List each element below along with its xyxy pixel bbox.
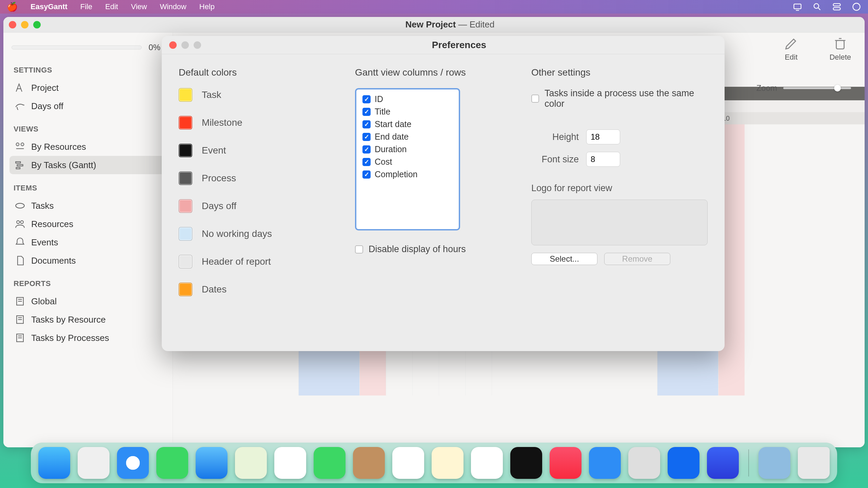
checkbox-start-date[interactable]: ✓ <box>362 120 371 128</box>
color-swatch-process[interactable] <box>179 171 192 185</box>
color-swatch-task[interactable] <box>179 88 192 102</box>
dock-reminders[interactable] <box>392 447 424 479</box>
dock-trash[interactable] <box>798 447 830 479</box>
remove-logo-button: Remove <box>604 253 670 265</box>
checkbox-label: End date <box>375 132 409 142</box>
svg-rect-11 <box>17 165 23 166</box>
sidebar-item-by-resources[interactable]: By Resources <box>9 138 166 156</box>
window-zoom-button[interactable] <box>33 21 41 28</box>
dock <box>31 443 837 483</box>
checkbox-cost[interactable]: ✓ <box>362 158 371 166</box>
sidebar-item-tasks-by-processes[interactable]: Tasks by Processes <box>9 329 166 347</box>
checkbox-label: Cost <box>375 157 392 167</box>
dock-mail[interactable] <box>196 447 228 479</box>
delete-button[interactable]: Delete <box>829 36 851 62</box>
checkbox-disable-hours[interactable] <box>355 245 363 253</box>
columns-listbox[interactable]: ✓ID ✓Title ✓Start date ✓End date ✓Durati… <box>355 88 460 230</box>
dock-contacts[interactable] <box>353 447 385 479</box>
window-close-button[interactable] <box>9 21 16 28</box>
menu-help[interactable]: Help <box>199 2 215 11</box>
color-swatch-dates[interactable] <box>179 283 192 296</box>
edit-button[interactable]: Edit <box>783 36 799 62</box>
color-swatch-no-working-days[interactable] <box>179 227 192 241</box>
svg-point-13 <box>16 203 24 208</box>
default-colors-section: Default colors Task Milestone Event Proc… <box>179 67 335 310</box>
menu-window[interactable]: Window <box>160 2 186 11</box>
sidebar-item-events[interactable]: Events <box>9 233 166 251</box>
menu-edit[interactable]: Edit <box>105 2 118 11</box>
progress-percent: 0% <box>149 43 160 52</box>
prefs-title: Preferences <box>432 40 486 50</box>
report-icon <box>14 314 26 325</box>
sidebar-item-label: Events <box>31 237 58 248</box>
apple-menu-icon[interactable]: 🍎 <box>7 2 18 12</box>
sidebar-item-resources[interactable]: Resources <box>9 215 166 233</box>
height-input[interactable]: 18 <box>586 129 620 144</box>
color-swatch-event[interactable] <box>179 144 192 157</box>
dock-safari[interactable] <box>117 447 149 479</box>
dock-appstore[interactable] <box>589 447 621 479</box>
checkbox-id[interactable]: ✓ <box>362 95 371 103</box>
menubar-app-name[interactable]: EasyGantt <box>31 2 67 11</box>
dock-photos[interactable] <box>274 447 306 479</box>
menu-view[interactable]: View <box>131 2 147 11</box>
spotlight-icon[interactable] <box>812 2 822 12</box>
menu-file[interactable]: File <box>80 2 92 11</box>
color-label: Process <box>202 173 236 184</box>
dock-facetime[interactable] <box>314 447 346 479</box>
sidebar-item-label: Resources <box>31 219 73 229</box>
other-settings-section: Other settings Tasks inside a process us… <box>531 67 708 310</box>
sidebar-item-tasks[interactable]: Tasks <box>9 197 166 215</box>
sidebar-item-project[interactable]: Project <box>9 79 166 97</box>
sidebar-item-documents[interactable]: Documents <box>9 251 166 270</box>
dock-notes[interactable] <box>432 447 463 479</box>
sidebar-item-tasks-by-resource[interactable]: Tasks by Resource <box>9 310 166 329</box>
tasks-icon <box>14 200 26 211</box>
sidebar-item-global[interactable]: Global <box>9 292 166 310</box>
gantt-columns-section: Gantt view columns / rows ✓ID ✓Title ✓St… <box>355 67 511 310</box>
color-swatch-milestone[interactable] <box>179 116 192 129</box>
checkbox-end-date[interactable]: ✓ <box>362 133 371 141</box>
logo-label: Logo for report view <box>531 183 708 194</box>
color-swatch-days-off[interactable] <box>179 199 192 213</box>
fontsize-label: Font size <box>531 154 579 165</box>
dock-messages[interactable] <box>156 447 188 479</box>
other-settings-title: Other settings <box>531 67 708 78</box>
color-swatch-header-of-report[interactable] <box>179 255 192 268</box>
siri-icon[interactable] <box>852 2 861 12</box>
checkbox-duration[interactable]: ✓ <box>362 145 371 154</box>
svg-point-7 <box>16 143 19 146</box>
dock-easygantt[interactable] <box>707 447 739 479</box>
logo-dropzone[interactable] <box>531 200 708 245</box>
dock-maps[interactable] <box>235 447 267 479</box>
zoom-label: Zoom <box>756 83 777 93</box>
dock-keynote[interactable] <box>668 447 699 479</box>
select-logo-button[interactable]: Select... <box>531 253 597 265</box>
report-icon <box>14 296 26 307</box>
window-title: New Project — Edited <box>406 19 495 30</box>
dock-settings[interactable] <box>628 447 660 479</box>
window-minimize-button[interactable] <box>21 21 28 28</box>
checkbox-completion[interactable]: ✓ <box>362 170 371 179</box>
dock-separator <box>748 449 749 476</box>
control-center-icon[interactable] <box>832 2 842 12</box>
sidebar-item-label: By Tasks (Gantt) <box>31 160 96 170</box>
dock-tv[interactable] <box>510 447 542 479</box>
dock-freeform[interactable] <box>471 447 503 479</box>
dock-finder[interactable] <box>38 447 70 479</box>
screen-record-icon[interactable] <box>793 2 802 12</box>
dock-launchpad[interactable] <box>78 447 110 479</box>
color-label: No working days <box>202 228 272 239</box>
checkbox-title[interactable]: ✓ <box>362 108 371 116</box>
dock-downloads[interactable] <box>758 447 790 479</box>
sidebar-item-label: Tasks by Processes <box>31 333 109 343</box>
dock-music[interactable] <box>550 447 581 479</box>
checkbox-tasks-same-color[interactable] <box>531 95 539 103</box>
sidebar-item-label: Days off <box>31 101 63 111</box>
sidebar-item-days-off[interactable]: Days off <box>9 97 166 115</box>
prefs-close-button[interactable] <box>169 41 177 49</box>
sidebar-item-by-tasks-gantt[interactable]: By Tasks (Gantt) <box>9 156 166 174</box>
height-label: Height <box>531 132 579 142</box>
fontsize-input[interactable]: 8 <box>586 152 620 167</box>
zoom-slider[interactable] <box>783 87 851 89</box>
